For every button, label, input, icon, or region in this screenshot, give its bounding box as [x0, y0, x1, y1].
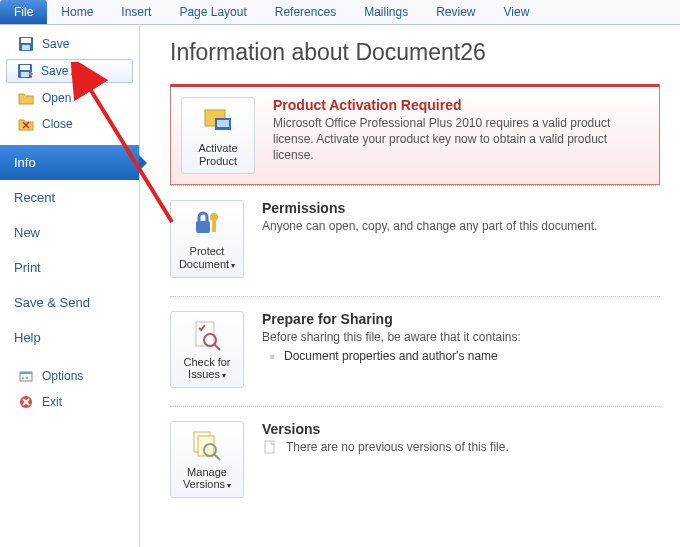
permissions-section: ProtectDocument▾ Permissions Anyone can …: [170, 185, 660, 295]
protect-document-button[interactable]: ProtectDocument▾: [170, 200, 244, 277]
sidebar-nav-new[interactable]: New: [0, 215, 139, 250]
chevron-down-icon: ▾: [227, 481, 231, 490]
tab-view[interactable]: View: [490, 0, 544, 24]
activation-section: Activate Product Product Activation Requ…: [170, 84, 660, 185]
versions-section: ManageVersions▾ Versions There are no pr…: [170, 406, 660, 516]
inspect-icon: [190, 318, 224, 352]
page-title: Information about Document26: [170, 39, 660, 66]
manage-versions-button-label: ManageVersions▾: [183, 466, 231, 491]
versions-icon: [190, 428, 224, 462]
sidebar-nav-recent[interactable]: Recent: [0, 180, 139, 215]
sidebar-exit-label: Exit: [42, 395, 62, 409]
sidebar-options[interactable]: Options: [0, 363, 139, 389]
sidebar-save-as[interactable]: Save As: [6, 59, 133, 83]
permissions-heading: Permissions: [262, 200, 660, 216]
protect-button-label: ProtectDocument▾: [179, 245, 235, 270]
svg-rect-4: [20, 65, 30, 70]
sidebar-close-label: Close: [42, 117, 73, 131]
tab-mailings[interactable]: Mailings: [350, 0, 422, 24]
backstage-sidebar: Save Save As Open Close Info Recent New …: [0, 25, 140, 547]
svg-rect-20: [212, 220, 216, 232]
sharing-section: Check forIssues▾ Prepare for Sharing Bef…: [170, 296, 660, 406]
sidebar-exit[interactable]: Exit: [0, 389, 139, 415]
open-icon: [18, 90, 34, 106]
svg-point-11: [26, 377, 28, 379]
sharing-heading: Prepare for Sharing: [262, 311, 660, 327]
exit-icon: [18, 394, 34, 410]
tab-review[interactable]: Review: [422, 0, 489, 24]
sidebar-nav-print[interactable]: Print: [0, 250, 139, 285]
tab-page-layout[interactable]: Page Layout: [165, 0, 260, 24]
activate-icon: [201, 104, 235, 138]
svg-rect-9: [20, 372, 32, 374]
sharing-bullets: Document properties and author's name: [262, 349, 660, 363]
svg-rect-2: [22, 45, 30, 50]
svg-point-19: [210, 213, 218, 221]
sidebar-open[interactable]: Open: [0, 85, 139, 111]
version-file-icon: [262, 439, 278, 455]
check-for-issues-button[interactable]: Check forIssues▾: [170, 311, 244, 388]
close-doc-icon: [18, 116, 34, 132]
options-icon: [18, 368, 34, 384]
save-icon: [18, 36, 34, 52]
sidebar-save[interactable]: Save: [0, 31, 139, 57]
activate-product-button[interactable]: Activate Product: [181, 97, 255, 174]
tab-references[interactable]: References: [261, 0, 350, 24]
svg-rect-5: [21, 72, 29, 77]
sidebar-close[interactable]: Close: [0, 111, 139, 137]
sidebar-nav-info[interactable]: Info: [0, 145, 139, 180]
sharing-bullet-item: Document properties and author's name: [284, 349, 660, 363]
sidebar-options-label: Options: [42, 369, 83, 383]
chevron-down-icon: ▾: [222, 371, 226, 380]
svg-line-27: [214, 454, 220, 460]
sidebar-nav-save-send[interactable]: Save & Send: [0, 285, 139, 320]
activate-button-label: Activate Product: [186, 142, 250, 167]
ribbon-tabs: File Home Insert Page Layout References …: [0, 0, 680, 25]
sidebar-nav-help[interactable]: Help: [0, 320, 139, 355]
svg-point-10: [22, 377, 24, 379]
sharing-body: Before sharing this file, be aware that …: [262, 329, 660, 345]
chevron-down-icon: ▾: [231, 261, 235, 270]
tab-file[interactable]: File: [0, 0, 47, 24]
svg-line-23: [214, 344, 220, 350]
activation-body: Microsoft Office Professional Plus 2010 …: [273, 115, 647, 164]
svg-rect-28: [265, 441, 274, 453]
svg-rect-1: [21, 38, 31, 43]
tab-insert[interactable]: Insert: [107, 0, 165, 24]
permissions-body: Anyone can open, copy, and change any pa…: [262, 218, 660, 234]
sidebar-open-label: Open: [42, 91, 71, 105]
versions-body-line: There are no previous versions of this f…: [262, 439, 660, 455]
info-pane: Information about Document26 Activate Pr…: [140, 25, 680, 547]
manage-versions-button[interactable]: ManageVersions▾: [170, 421, 244, 498]
svg-rect-17: [217, 120, 229, 127]
versions-heading: Versions: [262, 421, 660, 437]
tab-home[interactable]: Home: [47, 0, 107, 24]
check-issues-button-label: Check forIssues▾: [183, 356, 230, 381]
sidebar-save-label: Save: [42, 37, 69, 51]
sidebar-save-as-label: Save As: [41, 64, 85, 78]
svg-rect-18: [196, 221, 210, 233]
activation-heading: Product Activation Required: [273, 97, 647, 113]
save-as-icon: [17, 63, 33, 79]
lock-key-icon: [190, 207, 224, 241]
